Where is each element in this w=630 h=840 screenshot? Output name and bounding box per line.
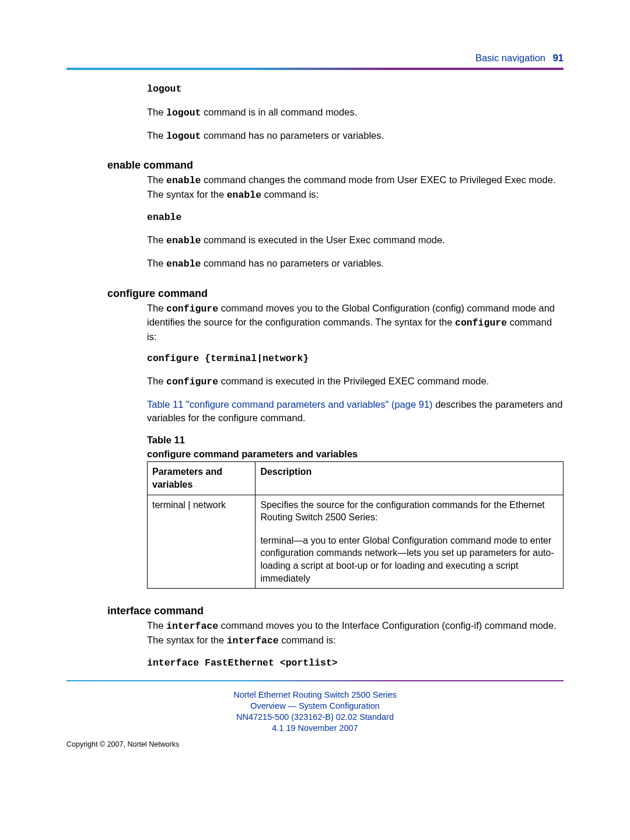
footer-line-3: NN47215-500 (323162-B) 02.02 Standard	[66, 712, 564, 723]
interface-heading: interface command	[107, 604, 564, 618]
footer-line-2: Overview — System Configuration	[66, 701, 564, 712]
footer-line-1: Nortel Ethernet Routing Switch 2500 Seri…	[66, 690, 564, 701]
configure-para-1: The configure command moves you to the G…	[147, 302, 564, 343]
configure-heading: configure command	[107, 286, 564, 300]
table-row: terminal | network Specifies the source …	[148, 495, 564, 589]
configure-block: The configure command moves you to the G…	[147, 302, 564, 589]
table-header-row: Parameters and variables Description	[148, 462, 564, 495]
running-header: Basic navigation 91	[66, 51, 564, 64]
enable-para-1: The enable command changes the command m…	[147, 173, 564, 202]
footer-block: Nortel Ethernet Routing Switch 2500 Seri…	[66, 690, 564, 733]
table-cell-param: terminal | network	[148, 495, 256, 589]
interface-para-1: The interface command moves you to the I…	[147, 619, 564, 648]
table-cell-desc: Specifies the source for the configurati…	[256, 495, 564, 589]
enable-heading: enable command	[107, 158, 564, 172]
logout-block: logout The logout command is in all comm…	[147, 83, 564, 143]
table-title: configure command parameters and variabl…	[147, 447, 564, 460]
table-header-desc: Description	[256, 462, 564, 495]
table-caption: Table 11	[147, 433, 564, 446]
table-cross-ref-link[interactable]: Table 11 "configure command parameters a…	[147, 399, 433, 410]
enable-para-2: The enable command is executed in the Us…	[147, 233, 564, 247]
footer-line-4: 4.1 19 November 2007	[66, 723, 564, 734]
configure-para-2: The configure command is executed in the…	[147, 374, 564, 388]
enable-command: enable	[147, 211, 564, 224]
configure-para-3: Table 11 "configure command parameters a…	[147, 398, 564, 424]
table-header-params: Parameters and variables	[148, 462, 256, 495]
enable-para-3: The enable command has no parameters or …	[147, 257, 564, 271]
copyright: Copyright © 2007, Nortel Networks	[66, 740, 564, 750]
page: Basic navigation 91 logout The logout co…	[0, 0, 630, 840]
footer-rule	[66, 680, 564, 681]
configure-command: configure {terminal|network}	[147, 352, 564, 365]
header-page-number: 91	[553, 52, 564, 63]
configure-parameters-table: Parameters and variables Description ter…	[147, 461, 564, 589]
logout-para-2: The logout command has no parameters or …	[147, 129, 564, 143]
enable-block: The enable command changes the command m…	[147, 173, 564, 271]
logout-command: logout	[147, 83, 564, 96]
interface-block: The interface command moves you to the I…	[147, 619, 564, 670]
logout-para-1: The logout command is in all command mod…	[147, 106, 564, 120]
interface-command: interface FastEthernet <portlist>	[147, 657, 564, 670]
header-section: Basic navigation	[475, 52, 545, 63]
header-rule	[66, 68, 564, 70]
